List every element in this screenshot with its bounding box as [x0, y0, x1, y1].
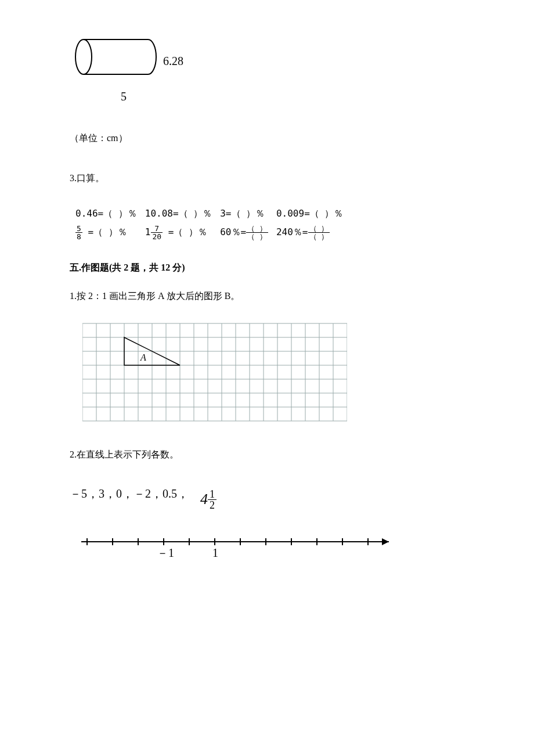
triangle-label: A: [140, 352, 146, 362]
calc-cell: 240％= （ ） （ ）: [276, 223, 351, 242]
fraction-icon: 5 8: [75, 225, 82, 240]
svg-point-0: [75, 39, 92, 74]
blank-den: （ ）: [308, 233, 330, 240]
mental-calc-table: 0.46=（ ）％ 10.08=（ ）％ 3=（ ）％ 0.009=（ ）％ 5…: [75, 204, 351, 243]
calc-suffix: =（ ）％: [163, 226, 207, 237]
fraction-num: 1: [208, 489, 217, 500]
cylinder-row: 6.28: [70, 35, 464, 87]
cylinder-svg: [70, 35, 160, 87]
cylinder-height-label: 6.28: [163, 51, 183, 71]
cylinder-figure: 6.28 5: [70, 35, 464, 107]
section5-header: 五.作图题(共 2 题，共 12 分): [70, 260, 464, 276]
numberline-label-1: 1: [212, 546, 218, 559]
blank-fraction-icon: （ ） （ ）: [246, 225, 268, 240]
number-line: －1 1: [75, 530, 400, 565]
section5-q2: 2.在直线上表示下列各数。: [70, 447, 464, 463]
calc-cell: 10.08=（ ）％: [145, 204, 220, 224]
calc-cell: 0.009=（ ）％: [276, 204, 351, 224]
blank-num: （ ）: [308, 225, 330, 233]
grid-figure: A: [82, 321, 347, 423]
fraction-icon: 7 20: [151, 225, 163, 240]
calc-row-2: 5 8 =（ ）％ 1 7 20 =（ ）％ 60％= （ ） （ ） 240％…: [75, 223, 351, 242]
q3-title: 3.口算。: [70, 170, 464, 187]
blank-num: （ ）: [246, 225, 268, 233]
fraction-den: 8: [75, 233, 82, 240]
calc-cell: 3=（ ）％: [220, 204, 276, 224]
blank-fraction-icon: （ ） （ ）: [308, 225, 330, 240]
cylinder-width-label: 5: [86, 86, 161, 107]
svg-marker-32: [382, 538, 389, 545]
blank-den: （ ）: [246, 233, 268, 240]
fraction-icon: 1 2: [208, 489, 217, 510]
calc-cell: 1 7 20 =（ ）％: [145, 223, 220, 242]
calc-cell: 60％= （ ） （ ）: [220, 223, 276, 242]
calc-cell: 0.46=（ ）％: [75, 204, 145, 224]
number-list: －5，3，0，－2，0.5， 4 1 2: [70, 483, 464, 513]
mixed-int: 4: [200, 491, 208, 507]
fraction-den: 2: [208, 500, 217, 510]
numberline-label-neg1: －1: [157, 546, 174, 559]
calc-row-1: 0.46=（ ）％ 10.08=（ ）％ 3=（ ）％ 0.009=（ ）％: [75, 204, 351, 224]
calc-suffix: =（ ）％: [82, 226, 127, 237]
calc-cell: 5 8 =（ ）％: [75, 223, 145, 242]
section5-q1: 1.按 2：1 画出三角形 A 放大后的图形 B。: [70, 288, 464, 305]
fraction-num: 5: [75, 225, 82, 233]
calc-lhs: 60％=: [220, 226, 246, 237]
fraction-num: 7: [151, 225, 163, 233]
cylinder-unit-note: （单位：cm）: [70, 130, 464, 147]
calc-lhs: 240％=: [276, 226, 308, 237]
fraction-den: 20: [151, 233, 163, 240]
mixed-number: 4 1 2: [200, 486, 217, 513]
mixed-int: 1: [145, 224, 151, 241]
number-list-text: －5，3，0，－2，0.5，: [70, 487, 189, 500]
